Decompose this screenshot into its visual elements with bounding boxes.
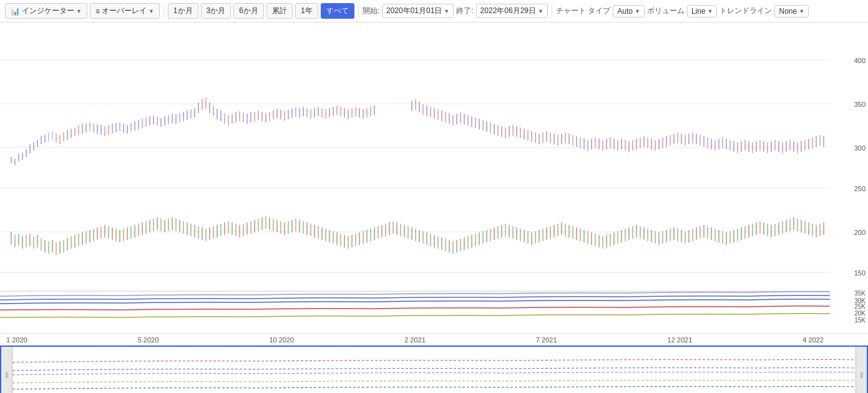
x-label-7: 4 2022 xyxy=(802,336,824,344)
volume-arrow: ▼ xyxy=(708,8,713,14)
minimap-svg xyxy=(12,347,858,393)
minimap-handle-left[interactable]: ⦀ xyxy=(1,347,12,393)
chart-type-select[interactable]: Auto ▼ xyxy=(613,5,645,17)
period-6m-button[interactable]: 6か月 xyxy=(233,3,264,19)
y-axis: 400 350 300 250 200 150 35K 30K 25K 20K … xyxy=(830,22,868,333)
right-handle-icon: ⦀ xyxy=(860,370,864,381)
x-label-3: 10 2020 xyxy=(269,336,294,344)
x-label-1: 1 2020 xyxy=(6,336,27,344)
sep3 xyxy=(552,5,552,17)
indicator-button[interactable]: 📊 インジケーター ▼ xyxy=(5,3,87,19)
trendline-value: None xyxy=(779,7,797,16)
end-date-value: 2022年06月29日 xyxy=(480,6,536,16)
x-label-6: 12 2021 xyxy=(668,336,693,344)
overlay-button[interactable]: ≡ オーバーレイ ▼ xyxy=(90,3,160,19)
sep1 xyxy=(163,5,164,17)
start-date-arrow: ▼ xyxy=(444,8,449,14)
x-label-2: 5 2020 xyxy=(138,336,159,344)
start-date-input[interactable]: 2020年01月01日 ▼ xyxy=(382,4,454,18)
end-date-arrow: ▼ xyxy=(538,8,544,14)
y-label-250: 250 xyxy=(854,185,866,192)
y-label-20k: 20K xyxy=(854,310,866,317)
chart-container: 400 350 300 250 200 150 35K 30K 25K 20K … xyxy=(0,22,868,333)
overlay-label: オーバーレイ xyxy=(102,6,147,16)
sep2 xyxy=(358,5,359,17)
period-1y-button[interactable]: 1年 xyxy=(295,3,318,19)
indicator-arrow: ▼ xyxy=(76,8,82,14)
chart-type-value: Auto xyxy=(617,7,633,16)
y-label-350: 350 xyxy=(854,101,866,108)
period-1m-button[interactable]: 1か月 xyxy=(168,3,198,19)
volume-value: Line xyxy=(691,7,706,16)
toolbar: 📊 インジケーター ▼ ≡ オーバーレイ ▼ 1か月 3か月 6か月 累計 1年… xyxy=(0,0,868,22)
layers-icon: ≡ xyxy=(95,7,100,16)
volume-label: ボリューム xyxy=(647,6,685,16)
upper-candlesticks xyxy=(11,97,824,165)
x-axis: 1 2020 5 2020 10 2020 2 2021 7 2021 12 2… xyxy=(0,333,868,346)
period-all-button[interactable]: すべて xyxy=(321,3,354,19)
chart-type-arrow: ▼ xyxy=(635,8,640,14)
x-label-5: 7 2021 xyxy=(536,336,557,344)
trendline-select[interactable]: None ▼ xyxy=(774,5,809,17)
y-label-25k: 25K xyxy=(854,303,866,310)
minimap-container[interactable]: ⦀ ⦀ xyxy=(0,346,868,393)
start-label: 開始: xyxy=(363,6,379,16)
y-label-15k: 15K xyxy=(854,317,866,324)
minimap-handle-right[interactable]: ⦀ xyxy=(856,347,867,393)
overlay-arrow: ▼ xyxy=(149,8,154,14)
y-label-300: 300 xyxy=(854,144,866,152)
main-chart-svg[interactable] xyxy=(0,22,830,333)
y-label-200: 200 xyxy=(854,229,866,236)
lower-candlesticks xyxy=(11,216,824,255)
trendline-label: トレンドライン xyxy=(719,6,772,16)
end-label: 終了: xyxy=(456,6,473,16)
period-3m-button[interactable]: 3か月 xyxy=(201,3,232,19)
period-cumulative-button[interactable]: 累計 xyxy=(266,3,293,19)
y-label-400: 400 xyxy=(854,57,866,64)
chart-type-label: チャート タイプ xyxy=(556,6,610,16)
indicator-label: インジケーター xyxy=(22,6,74,16)
left-handle-icon: ⦀ xyxy=(5,370,9,381)
y-label-150: 150 xyxy=(854,269,866,277)
start-date-value: 2020年01月01日 xyxy=(386,6,442,16)
volume-select[interactable]: Line ▼ xyxy=(687,5,718,17)
y-label-35k: 35K xyxy=(854,290,866,297)
chart-icon: 📊 xyxy=(11,7,20,16)
trendline-arrow: ▼ xyxy=(799,8,804,14)
end-date-input[interactable]: 2022年06月29日 ▼ xyxy=(476,4,548,18)
x-label-4: 2 2021 xyxy=(404,336,426,344)
